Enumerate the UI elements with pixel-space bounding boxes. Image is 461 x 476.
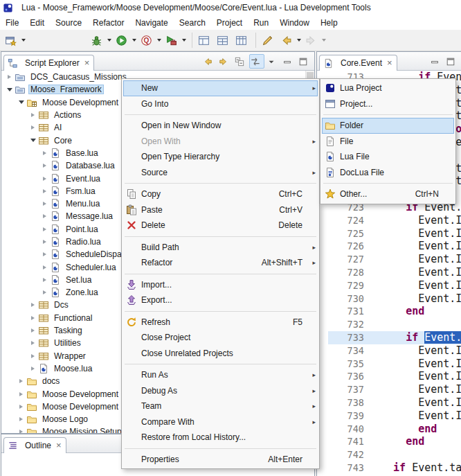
menu-project[interactable]: Project [211, 16, 248, 30]
twisty-collapsed-icon[interactable] [28, 354, 38, 358]
code-text[interactable]: Event.IniCoalition = Event.IniDCSUnit:ge… [372, 383, 461, 396]
menu-source[interactable]: Source [50, 16, 87, 30]
menu-run[interactable]: Run [248, 16, 274, 30]
menu-item-restore-from-local-history[interactable]: Restore from Local History... [123, 430, 318, 446]
menu-item-close-unrelated-projects[interactable]: Close Unrelated Projects [123, 346, 318, 362]
twisty-collapsed-icon[interactable] [16, 405, 26, 409]
coverage-button[interactable]: Q [138, 32, 163, 49]
code-text[interactable]: Event.IniGroupName = Event.IniDCSGroupNa… [372, 279, 461, 292]
collapse-all-button[interactable] [233, 54, 248, 69]
submenu-item-folder[interactable]: Folder [322, 118, 454, 134]
forward-button[interactable] [303, 32, 328, 49]
close-icon[interactable]: × [56, 442, 62, 449]
code-text[interactable]: Event.IniUnit = UNIT:FindByName( Event.I… [372, 240, 461, 253]
twisty-collapsed-icon[interactable] [39, 278, 50, 282]
twisty-collapsed-icon[interactable] [39, 202, 50, 206]
dropdown-arrow-icon[interactable] [182, 39, 186, 42]
toolbar-view-3-button[interactable] [233, 32, 252, 49]
tab-core-event[interactable]: Core.Event × [319, 55, 397, 71]
code-text[interactable]: Event.IniUnitName = Event.IniDCSUnitName [372, 227, 461, 240]
submenu-item-other[interactable]: Other...Ctrl+N [322, 186, 454, 202]
code-text[interactable]: Event.IniDCSGroupName = Event.IniDCSGrou… [372, 344, 461, 358]
twisty-collapsed-icon[interactable] [16, 392, 26, 396]
twisty-collapsed-icon[interactable] [16, 417, 26, 421]
menu-item-properties[interactable]: PropertiesAlt+Enter [123, 452, 318, 468]
dropdown-arrow-icon[interactable] [157, 39, 161, 42]
dropdown-arrow-icon[interactable] [132, 39, 136, 42]
code-text[interactable]: Event.IniGroup = GROUP:FindByName( Event… [372, 370, 461, 383]
twisty-collapsed-icon[interactable] [28, 316, 38, 320]
dropdown-arrow-icon[interactable] [107, 39, 111, 42]
menu-item-open-in-new-window[interactable]: Open in New Window [123, 118, 318, 134]
menu-item-import[interactable]: Import... [123, 277, 318, 293]
menu-item-open-with[interactable]: Open With▸ [123, 134, 318, 150]
maximize-button[interactable] [297, 54, 312, 69]
twisty-collapsed-icon[interactable] [28, 125, 38, 130]
dropdown-arrow-icon[interactable] [297, 39, 301, 42]
twisty-collapsed-icon[interactable] [39, 189, 50, 193]
menu-item-go-into[interactable]: Go Into [123, 96, 318, 112]
maximize-button[interactable] [444, 54, 460, 69]
dropdown-arrow-icon[interactable] [21, 39, 26, 42]
twisty-collapsed-icon[interactable] [39, 252, 50, 256]
minimize-button[interactable] [428, 54, 444, 69]
twisty-collapsed-icon[interactable] [28, 367, 38, 371]
forward-history-button[interactable] [217, 54, 233, 69]
twisty-collapsed-icon[interactable] [39, 240, 50, 244]
submenu-item-doclua-file[interactable]: DocLua File [322, 165, 454, 181]
menu-item-run-as[interactable]: Run As▸ [123, 367, 318, 383]
code-text[interactable]: Event.IniCategory = Event.IniDCSUnit:get… [372, 396, 461, 409]
code-text[interactable]: Event.IniGroup = GROUP:FindByName( Event… [372, 292, 461, 306]
menu-item-source[interactable]: Source▸ [123, 165, 318, 181]
twisty-expanded-icon[interactable] [4, 88, 15, 91]
menu-item-debug-as[interactable]: Debug As▸ [123, 383, 318, 399]
code-text[interactable]: Event.IniDCSGroupName = Event.IniDCSGrou… [372, 266, 461, 279]
view-menu-button[interactable] [265, 54, 280, 69]
close-icon[interactable]: × [387, 60, 392, 67]
menu-item-refactor[interactable]: RefactorAlt+Shift+T▸ [123, 255, 318, 271]
submenu-item-project[interactable]: Project... [322, 96, 454, 112]
menu-window[interactable]: Window [274, 16, 315, 30]
menu-help[interactable]: Help [315, 16, 343, 30]
run-button[interactable] [114, 32, 138, 49]
menu-item-paste[interactable]: PasteCtrl+V [123, 202, 318, 218]
code-text[interactable]: Event.IniDCSGroup = Event.IniDCSUnit:get… [372, 253, 461, 266]
code-text[interactable]: end [372, 435, 461, 448]
menu-refactor[interactable]: Refactor [87, 16, 129, 30]
submenu-item-lua-project[interactable]: Lua Project [322, 80, 454, 96]
twisty-collapsed-icon[interactable] [39, 177, 50, 181]
menu-edit[interactable]: Edit [24, 16, 50, 30]
twisty-collapsed-icon[interactable] [28, 113, 38, 117]
new-button[interactable] [3, 32, 28, 49]
submenu-item-file[interactable]: File [322, 134, 454, 150]
twisty-collapsed-icon[interactable] [16, 379, 26, 383]
toolbar-view-1-button[interactable] [196, 32, 215, 49]
external-tools-button[interactable] [163, 32, 188, 49]
code-text[interactable] [372, 448, 461, 461]
twisty-collapsed-icon[interactable] [39, 290, 50, 294]
twisty-collapsed-icon[interactable] [39, 227, 50, 231]
back-button[interactable] [278, 32, 303, 49]
menu-file[interactable]: File [0, 16, 24, 30]
code-text[interactable]: end [372, 305, 461, 318]
debug-button[interactable] [89, 32, 114, 49]
menu-item-open-type-hierarchy[interactable]: Open Type Hierarchy [123, 149, 318, 165]
menu-item-refresh[interactable]: RefreshF5 [123, 315, 318, 330]
twisty-collapsed-icon[interactable] [28, 303, 38, 307]
menu-item-delete[interactable]: DeleteDelete [123, 218, 318, 233]
code-text[interactable] [372, 318, 461, 331]
twisty-collapsed-icon[interactable] [39, 164, 50, 168]
toolbar-view-2-button[interactable] [215, 32, 233, 49]
twisty-collapsed-icon[interactable] [39, 265, 50, 270]
twisty-expanded-icon[interactable] [16, 100, 26, 104]
twisty-collapsed-icon[interactable] [4, 75, 15, 79]
tab-script-explorer[interactable]: Script Explorer × [3, 55, 94, 71]
menu-item-compare-with[interactable]: Compare With▸ [123, 414, 318, 430]
menu-item-export[interactable]: Export... [123, 292, 318, 308]
tab-outline[interactable]: Outline × [3, 437, 66, 453]
minimize-button[interactable] [281, 54, 296, 69]
code-text[interactable]: if Event.IniDCSGroup and Event.IniDCSGro… [372, 331, 461, 344]
twisty-collapsed-icon[interactable] [28, 341, 38, 345]
twisty-collapsed-icon[interactable] [28, 328, 38, 333]
link-with-editor-button[interactable] [249, 54, 264, 69]
